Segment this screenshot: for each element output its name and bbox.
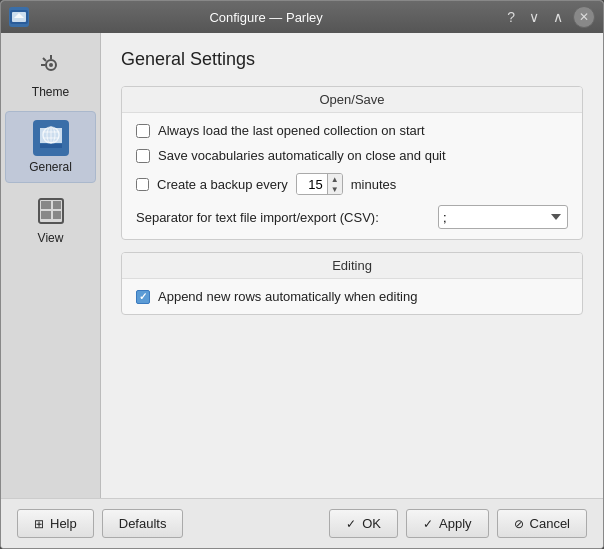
- backup-label: Create a backup every: [157, 177, 288, 192]
- ok-icon: ✓: [346, 517, 356, 531]
- cancel-label: Cancel: [530, 516, 570, 531]
- append-rows-row: Append new rows automatically when editi…: [136, 289, 568, 304]
- sidebar-item-view-label: View: [38, 231, 64, 245]
- svg-rect-20: [41, 211, 51, 219]
- ok-button[interactable]: ✓ OK: [329, 509, 398, 538]
- svg-rect-21: [53, 211, 61, 219]
- backup-suffix: minutes: [351, 177, 397, 192]
- defaults-label: Defaults: [119, 516, 167, 531]
- spinbox-up-button[interactable]: ▲: [328, 174, 342, 184]
- auto-save-checkbox[interactable]: [136, 149, 150, 163]
- help-button[interactable]: ⊞ Help: [17, 509, 94, 538]
- auto-load-checkbox[interactable]: [136, 124, 150, 138]
- svg-line-4: [43, 58, 46, 61]
- footer: ⊞ Help Defaults ✓ OK ✓ Apply ⊘ Cancel: [1, 498, 603, 548]
- editing-header: Editing: [122, 253, 582, 279]
- close-button[interactable]: ✕: [573, 6, 595, 28]
- configure-window: Configure — Parley ? ∨ ∧ ✕: [0, 0, 604, 549]
- view-icon: [35, 195, 67, 227]
- open-save-header: Open/Save: [122, 87, 582, 113]
- separator-select[interactable]: ; , Tab Space: [438, 205, 568, 229]
- app-icon: [9, 7, 29, 27]
- auto-save-row: Save vocabularies automatically on close…: [136, 148, 568, 163]
- apply-button[interactable]: ✓ Apply: [406, 509, 489, 538]
- sidebar-item-theme-label: Theme: [32, 85, 69, 99]
- sidebar-item-theme[interactable]: Theme: [5, 41, 96, 107]
- sidebar-item-general[interactable]: General: [5, 111, 96, 183]
- spinbox-down-button[interactable]: ▼: [328, 184, 342, 194]
- backup-checkbox[interactable]: [136, 178, 149, 191]
- open-save-section: Open/Save Always load the last opened co…: [121, 86, 583, 240]
- general-icon: [33, 120, 69, 156]
- append-rows-checkbox[interactable]: [136, 290, 150, 304]
- backup-spinbox: ▲ ▼: [296, 173, 343, 195]
- sidebar-item-view[interactable]: View: [5, 187, 96, 253]
- titlebar: Configure — Parley ? ∨ ∧ ✕: [1, 1, 603, 33]
- svg-rect-16: [40, 144, 62, 148]
- svg-rect-18: [41, 201, 51, 209]
- main-content: General Settings Open/Save Always load t…: [101, 33, 603, 498]
- footer-left: ⊞ Help Defaults: [17, 509, 183, 538]
- cancel-icon: ⊘: [514, 517, 524, 531]
- titlebar-title: Configure — Parley: [29, 10, 503, 25]
- sidebar-item-general-label: General: [29, 160, 72, 174]
- auto-save-label: Save vocabularies automatically on close…: [158, 148, 446, 163]
- apply-icon: ✓: [423, 517, 433, 531]
- separator-label: Separator for text file import/export (C…: [136, 210, 430, 225]
- help-icon: ⊞: [34, 517, 44, 531]
- minimize-button[interactable]: ∨: [525, 7, 543, 27]
- svg-rect-19: [53, 201, 61, 209]
- separator-row: Separator for text file import/export (C…: [136, 205, 568, 229]
- append-rows-label: Append new rows automatically when editi…: [158, 289, 417, 304]
- editing-section: Editing Append new rows automatically wh…: [121, 252, 583, 315]
- spinbox-arrows: ▲ ▼: [327, 174, 342, 194]
- ok-label: OK: [362, 516, 381, 531]
- defaults-button[interactable]: Defaults: [102, 509, 184, 538]
- apply-label: Apply: [439, 516, 472, 531]
- backup-row: Create a backup every ▲ ▼ minutes: [136, 173, 568, 195]
- auto-load-row: Always load the last opened collection o…: [136, 123, 568, 138]
- footer-right: ✓ OK ✓ Apply ⊘ Cancel: [329, 509, 587, 538]
- sidebar: Theme General: [1, 33, 101, 498]
- cancel-button[interactable]: ⊘ Cancel: [497, 509, 587, 538]
- body: Theme General: [1, 33, 603, 498]
- titlebar-buttons: ? ∨ ∧ ✕: [503, 6, 595, 28]
- backup-value-input[interactable]: [297, 175, 327, 194]
- theme-icon: [35, 49, 67, 81]
- maximize-button[interactable]: ∧: [549, 7, 567, 27]
- editing-body: Append new rows automatically when editi…: [122, 279, 582, 314]
- open-save-body: Always load the last opened collection o…: [122, 113, 582, 239]
- help-titlebar-button[interactable]: ?: [503, 7, 519, 27]
- page-title: General Settings: [121, 49, 583, 70]
- svg-point-7: [49, 63, 53, 67]
- help-label: Help: [50, 516, 77, 531]
- auto-load-label: Always load the last opened collection o…: [158, 123, 425, 138]
